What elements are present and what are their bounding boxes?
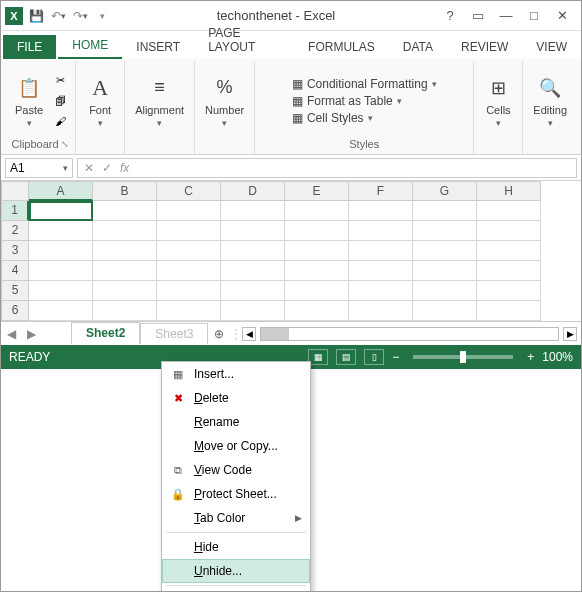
hscroll-track[interactable] [260, 327, 559, 341]
zoom-out-icon[interactable]: − [392, 350, 399, 364]
cell[interactable] [285, 301, 349, 321]
tab-view[interactable]: VIEW [522, 35, 581, 59]
tab-page-layout[interactable]: PAGE LAYOUT [194, 21, 294, 59]
cell[interactable] [29, 281, 93, 301]
cell[interactable] [221, 281, 285, 301]
menu-unhide[interactable]: Unhide... [162, 559, 310, 583]
cell[interactable] [93, 301, 157, 321]
tab-review[interactable]: REVIEW [447, 35, 522, 59]
cell[interactable] [285, 281, 349, 301]
select-all-corner[interactable] [1, 181, 29, 201]
cell[interactable] [29, 301, 93, 321]
tab-formulas[interactable]: FORMULAS [294, 35, 389, 59]
cell[interactable] [221, 261, 285, 281]
cell[interactable] [285, 221, 349, 241]
cell[interactable] [221, 201, 285, 221]
cell[interactable] [413, 301, 477, 321]
cell[interactable] [349, 261, 413, 281]
cell[interactable] [29, 241, 93, 261]
alignment-button[interactable]: ≡ Alignment ▾ [131, 70, 188, 132]
enter-icon[interactable]: ✓ [102, 161, 112, 175]
font-button[interactable]: A Font ▾ [82, 70, 118, 132]
sheet-nav-prev-icon[interactable]: ◀ [1, 327, 21, 341]
hscroll-thumb[interactable] [261, 328, 289, 340]
close-icon[interactable]: ✕ [553, 8, 571, 23]
cancel-icon[interactable]: ✕ [84, 161, 94, 175]
tab-insert[interactable]: INSERT [122, 35, 194, 59]
menu-move-copy[interactable]: Move or Copy... [162, 434, 310, 458]
cell[interactable] [29, 261, 93, 281]
cell[interactable] [413, 261, 477, 281]
cell[interactable] [285, 261, 349, 281]
cell[interactable] [477, 221, 541, 241]
cell-styles-button[interactable]: ▦Cell Styles▾ [292, 111, 437, 125]
save-icon[interactable]: 💾 [27, 7, 45, 25]
cell[interactable] [477, 301, 541, 321]
cell[interactable] [157, 221, 221, 241]
tab-file[interactable]: FILE [3, 35, 56, 59]
cell[interactable] [157, 201, 221, 221]
zoom-level[interactable]: 100% [542, 350, 573, 364]
cell[interactable] [93, 281, 157, 301]
cell[interactable] [93, 261, 157, 281]
number-button[interactable]: % Number ▾ [201, 70, 248, 132]
format-as-table-button[interactable]: ▦Format as Table▾ [292, 94, 437, 108]
cell[interactable] [285, 241, 349, 261]
cell[interactable] [157, 281, 221, 301]
row-header[interactable]: 6 [1, 301, 29, 321]
help-icon[interactable]: ? [441, 8, 459, 23]
new-sheet-icon[interactable]: ⊕ [208, 327, 230, 341]
copy-icon[interactable]: 🗐 [51, 92, 69, 110]
row-header[interactable]: 1 [1, 201, 29, 221]
undo-icon[interactable]: ↶▾ [49, 7, 67, 25]
cell[interactable] [413, 281, 477, 301]
cell[interactable] [413, 221, 477, 241]
menu-rename[interactable]: Rename [162, 410, 310, 434]
cell[interactable] [477, 201, 541, 221]
menu-select-all-sheets[interactable]: Select All Sheets [162, 588, 310, 592]
menu-hide[interactable]: Hide [162, 535, 310, 559]
normal-view-icon[interactable]: ▦ [308, 349, 328, 365]
sheet-nav-next-icon[interactable]: ▶ [21, 327, 41, 341]
cell[interactable] [349, 301, 413, 321]
col-header[interactable]: B [93, 181, 157, 201]
cell[interactable] [413, 241, 477, 261]
cell[interactable] [349, 281, 413, 301]
ribbon-display-icon[interactable]: ▭ [469, 8, 487, 23]
cell[interactable] [349, 241, 413, 261]
cells-button[interactable]: ⊞ Cells ▾ [480, 70, 516, 132]
cell[interactable] [221, 241, 285, 261]
cut-icon[interactable]: ✂ [51, 72, 69, 90]
paste-button[interactable]: 📋 Paste ▾ [11, 70, 47, 132]
cell[interactable] [285, 201, 349, 221]
editing-button[interactable]: 🔍 Editing ▾ [529, 70, 571, 132]
minimize-icon[interactable]: — [497, 8, 515, 23]
col-header[interactable]: C [157, 181, 221, 201]
row-header[interactable]: 4 [1, 261, 29, 281]
col-header[interactable]: G [413, 181, 477, 201]
restore-icon[interactable]: □ [525, 8, 543, 23]
col-header[interactable]: D [221, 181, 285, 201]
row-header[interactable]: 2 [1, 221, 29, 241]
cell[interactable] [221, 301, 285, 321]
row-header[interactable]: 5 [1, 281, 29, 301]
col-header[interactable]: E [285, 181, 349, 201]
cell[interactable] [413, 201, 477, 221]
cell[interactable] [93, 201, 157, 221]
sheet-tab[interactable]: Sheet3 [140, 323, 208, 344]
row-header[interactable]: 3 [1, 241, 29, 261]
fx-icon[interactable]: fx [120, 161, 129, 175]
qat-customize-icon[interactable]: ▾ [93, 7, 111, 25]
cell[interactable] [477, 261, 541, 281]
zoom-thumb[interactable] [460, 351, 466, 363]
clipboard-dialog-icon[interactable]: ⤡ [61, 139, 69, 149]
sheet-tab-active[interactable]: Sheet2 [71, 322, 140, 345]
cell[interactable] [477, 281, 541, 301]
col-header[interactable]: A [29, 181, 93, 201]
hscroll-left-icon[interactable]: ◀ [242, 327, 256, 341]
menu-delete[interactable]: ✖Delete [162, 386, 310, 410]
col-header[interactable]: H [477, 181, 541, 201]
hscroll-right-icon[interactable]: ▶ [563, 327, 577, 341]
cell[interactable] [349, 221, 413, 241]
cell[interactable] [157, 301, 221, 321]
